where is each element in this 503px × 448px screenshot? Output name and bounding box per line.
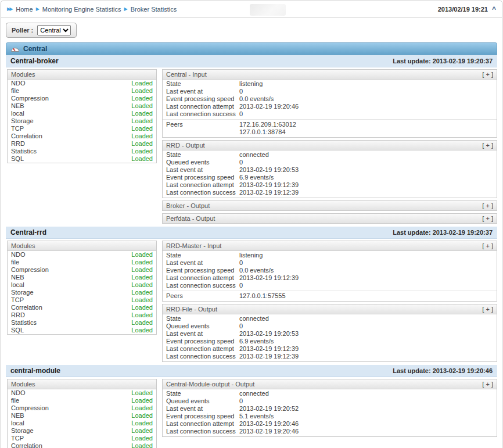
- stat-label: Event processing speed: [166, 267, 239, 274]
- expand-button[interactable]: [ + ]: [482, 381, 493, 388]
- stat-panel: Central-Module-output - Output [ + ] Sta…: [162, 379, 497, 437]
- module-name: TCP: [11, 296, 24, 304]
- stat-label: Queued events: [166, 159, 239, 166]
- module-row: SQL Loaded: [8, 327, 156, 334]
- module-row: Correlation Loaded: [8, 442, 156, 448]
- stat-row: Last connection attempt 2013-02-19 19:20…: [163, 103, 497, 110]
- panel-header: Broker - Output [ + ]: [163, 201, 497, 210]
- expand-button[interactable]: [ + ]: [482, 306, 493, 313]
- stat-value: 0: [239, 282, 243, 289]
- expand-button[interactable]: [ + ]: [482, 242, 493, 249]
- stat-value: 2013-02-19 19:20:53: [239, 166, 299, 174]
- expand-button[interactable]: [ + ]: [482, 215, 493, 222]
- module-row: Compression Loaded: [8, 95, 156, 102]
- module-name: Statistics: [11, 148, 37, 155]
- module-name: SQL: [11, 327, 24, 334]
- module-name: SQL: [11, 155, 24, 163]
- module-status-loaded: Loaded: [131, 87, 153, 95]
- module-status-loaded: Loaded: [131, 412, 153, 420]
- last-update: Last update: 2013-02-19 19:20:37: [393, 58, 493, 64]
- page: ▶▶Home▶Monitoring Engine Statistics▶Brok…: [1, 1, 502, 448]
- stat-row: State listening: [163, 80, 497, 88]
- section-header: central-module Last update: 2013-02-19 1…: [6, 365, 497, 377]
- module-row: RRD Loaded: [8, 311, 156, 319]
- panel-header: RRD-File - Output [ + ]: [163, 304, 497, 314]
- module-status-loaded: Loaded: [131, 110, 153, 117]
- module-row: Storage Loaded: [8, 427, 156, 435]
- stat-row: Last connection success 2013-02-19 19:20…: [163, 428, 497, 435]
- collapse-caret-icon[interactable]: ^: [492, 5, 496, 13]
- module-status-loaded: Loaded: [131, 274, 153, 281]
- panel-title: RRD - Output: [166, 142, 205, 149]
- stat-row: Last connection success 0: [163, 282, 497, 289]
- stat-label: [166, 128, 239, 136]
- poller-select[interactable]: Central: [37, 25, 71, 35]
- stat-row: Queued events 0: [163, 322, 497, 330]
- stat-value: 2013-02-19 19:20:53: [239, 330, 299, 338]
- expand-button[interactable]: [ + ]: [482, 202, 493, 209]
- module-status-loaded: Loaded: [131, 427, 153, 435]
- panel-header: Central-Module-output - Output [ + ]: [163, 379, 497, 389]
- stat-label: State: [166, 80, 239, 88]
- panel-title: Central-Module-output - Output: [166, 381, 254, 388]
- stat-label: State: [166, 315, 239, 322]
- stat-label: Last event at: [166, 330, 239, 338]
- section-title: Central-broker: [10, 57, 59, 65]
- stat-label: Last connection success: [166, 282, 239, 289]
- stat-row: State connected: [163, 315, 497, 322]
- panel-body: State connected Queued events 0 Last eve…: [163, 150, 497, 198]
- modules-title: Modules: [11, 71, 35, 78]
- module-row: file Loaded: [8, 397, 156, 404]
- breadcrumb-link[interactable]: Broker Statistics: [131, 6, 177, 13]
- section-body: Modules NDO Loaded file Loaded Compressi…: [1, 239, 502, 365]
- modules-box: Modules NDO Loaded file Loaded Compressi…: [7, 379, 157, 448]
- module-row: TCP Loaded: [8, 125, 156, 132]
- expand-button[interactable]: [ + ]: [482, 142, 493, 149]
- stat-label: Peers: [166, 121, 239, 128]
- stat-value: 127.0.0.1:38784: [239, 128, 286, 136]
- module-status-loaded: Loaded: [131, 319, 153, 327]
- stat-row: Last connection success 2013-02-19 19:12…: [163, 189, 497, 196]
- module-name: NEB: [11, 102, 24, 110]
- broker-section: Central-broker Last update: 2013-02-19 1…: [1, 55, 502, 227]
- module-row: TCP Loaded: [8, 296, 156, 304]
- modules-title: Modules: [11, 242, 35, 249]
- faded-logo: [250, 4, 286, 16]
- stat-value: 0: [239, 397, 243, 405]
- module-row: file Loaded: [8, 259, 156, 266]
- breadcrumb-link[interactable]: Monitoring Engine Statistics: [42, 6, 121, 13]
- topbar-right: 2013/02/19 19:21 ^: [438, 5, 496, 13]
- module-row: Storage Loaded: [8, 117, 156, 125]
- module-name: TCP: [11, 125, 24, 132]
- panels-column: Central-Module-output - Output [ + ] Sta…: [162, 379, 497, 437]
- expand-button[interactable]: [ + ]: [482, 71, 493, 78]
- stat-label: Last connection success: [166, 110, 239, 118]
- panel-body: State connected Queued events 0 Last eve…: [163, 314, 497, 361]
- panel-title: Central - Input: [166, 71, 207, 78]
- module-status-loaded: Loaded: [131, 259, 153, 266]
- stat-label: Event processing speed: [166, 338, 239, 345]
- stat-panel: Central - Input [ + ] State listening La…: [162, 69, 497, 138]
- modules-title: Modules: [11, 381, 35, 388]
- module-name: Statistics: [11, 319, 37, 327]
- section-header: Central-rrd Last update: 2013-02-19 19:2…: [6, 227, 497, 239]
- module-status-loaded: Loaded: [131, 420, 153, 427]
- last-update: Last update: 2013-02-19 19:20:46: [393, 367, 493, 374]
- panel-header: RRD - Output [ + ]: [163, 141, 497, 150]
- modules-box: Modules NDO Loaded file Loaded Compressi…: [7, 69, 157, 163]
- stat-row: Event processing speed 0.0 events/s: [163, 267, 497, 274]
- module-row: RRD Loaded: [8, 140, 156, 148]
- stat-label: Last connection attempt: [166, 274, 239, 282]
- stat-row: Last event at 2013-02-19 19:20:52: [163, 405, 497, 413]
- breadcrumb-leader-icon: ▶▶: [7, 7, 13, 12]
- stat-value: 127.0.0.1:57555: [239, 292, 286, 300]
- module-name: file: [11, 259, 19, 266]
- breadcrumb-link[interactable]: Home: [16, 6, 33, 13]
- stat-value: connected: [239, 151, 269, 159]
- panel-header: RRD-Master - Input [ + ]: [163, 241, 497, 251]
- module-name: Compression: [11, 404, 49, 412]
- module-name: file: [11, 397, 19, 404]
- module-status-loaded: Loaded: [131, 389, 153, 397]
- module-status-loaded: Loaded: [131, 125, 153, 132]
- module-name: Compression: [11, 95, 49, 102]
